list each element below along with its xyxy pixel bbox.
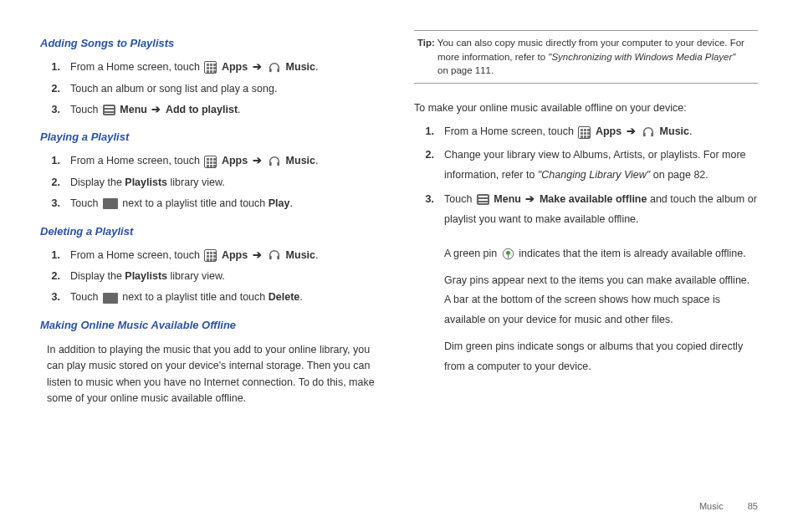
arrow-icon: ➔ — [625, 125, 637, 137]
pin-explanation: A green pin indicates that the item is a… — [414, 241, 758, 268]
list-playing-playlist: 1. From a Home screen, touch Apps ➔ Musi… — [40, 151, 384, 214]
footer-page-number: 85 — [748, 501, 758, 511]
offline-intro: To make your online music available offl… — [414, 97, 758, 120]
apps-icon — [204, 61, 217, 74]
gray-pins-paragraph: Gray pins appear next to the items you c… — [414, 268, 758, 334]
list-item: 3. Touch next to a playlist title and to… — [62, 287, 384, 308]
tip-box: Tip: You can also copy music directly fr… — [414, 30, 758, 84]
svg-rect-4 — [269, 256, 272, 260]
menu-icon — [477, 194, 489, 205]
arrow-icon: ➔ — [251, 155, 263, 166]
svg-rect-0 — [269, 69, 272, 73]
step-text: . — [299, 291, 302, 303]
playlists-label: Playlists — [125, 270, 167, 282]
svg-rect-2 — [269, 162, 272, 166]
step-text: Touch — [444, 193, 475, 205]
step-text: From a Home screen, touch — [444, 125, 576, 137]
step-text: Touch — [70, 197, 101, 209]
reference: "Changing Library View" — [538, 169, 650, 181]
arrow-icon: ➔ — [251, 249, 263, 261]
menu-label: Menu — [120, 104, 147, 115]
list-item: 1. From a Home screen, touch Apps ➔ Musi… — [436, 121, 758, 142]
step-text: From a Home screen, touch — [70, 155, 202, 166]
menu-icon — [103, 105, 115, 115]
add-to-playlist-label: Add to playlist — [166, 104, 238, 115]
step-text: indicates that the item is already avail… — [519, 248, 745, 259]
svg-rect-1 — [277, 69, 279, 73]
list-item: 3. Touch next to a playlist title and to… — [62, 193, 384, 214]
step-text: Display the — [70, 176, 125, 188]
headphones-icon — [642, 125, 655, 139]
arrow-icon: ➔ — [251, 61, 263, 73]
music-label: Music — [286, 155, 315, 166]
right-column: Tip: You can also copy music directly fr… — [414, 30, 758, 410]
play-label: Play — [269, 197, 290, 209]
list-item: 3. Touch Menu ➔ Add to playlist. — [62, 100, 384, 120]
headphones-icon — [268, 155, 281, 168]
step-text: . — [315, 249, 318, 261]
arrow-icon: ➔ — [524, 193, 536, 205]
step-text: library view. — [167, 270, 225, 282]
make-offline-label: Make available offline — [540, 193, 647, 205]
heading-playing-playlist: Playing a Playlist — [40, 129, 384, 146]
list-item: 1. From a Home screen, touch Apps ➔ Musi… — [62, 57, 384, 78]
list-item: 2. Change your library view to Albums, A… — [436, 143, 758, 188]
apps-label: Apps — [222, 155, 248, 166]
heading-adding-songs: Adding Songs to Playlists — [40, 35, 384, 52]
svg-point-9 — [506, 251, 510, 255]
step-text: . — [315, 155, 318, 166]
page-footer: Music 85 — [699, 499, 758, 514]
music-label: Music — [286, 61, 315, 73]
apps-label: Apps — [596, 125, 622, 137]
step-text: From a Home screen, touch — [70, 249, 202, 261]
tip-text: more information, refer to — [437, 52, 548, 62]
step-text: next to a playlist title and touch — [122, 197, 268, 209]
step-text: . — [238, 104, 240, 115]
menu-label: Menu — [494, 193, 521, 205]
apps-icon — [204, 249, 217, 262]
svg-rect-7 — [651, 133, 653, 137]
heading-deleting-playlist: Deleting a Playlist — [40, 223, 384, 240]
step-text: Touch — [70, 104, 101, 115]
list-item: 2. Touch an album or song list and play … — [62, 79, 384, 100]
step-text: . — [315, 61, 318, 73]
tip-text: You can also copy music directly from yo… — [435, 38, 744, 48]
headphones-icon — [268, 248, 281, 262]
list-item: 1. From a Home screen, touch Apps ➔ Musi… — [62, 245, 384, 266]
step-text: library view. — [167, 176, 225, 188]
list-item: 2. Display the Playlists library view. — [62, 172, 384, 193]
apps-label: Apps — [222, 61, 248, 73]
list-adding-songs: 1. From a Home screen, touch Apps ➔ Musi… — [40, 57, 384, 120]
step-text: Display the — [70, 270, 125, 282]
playlists-label: Playlists — [125, 176, 167, 188]
delete-label: Delete — [269, 291, 300, 303]
apps-label: Apps — [222, 249, 248, 261]
step-text: From a Home screen, touch — [70, 61, 202, 73]
step-text: next to a playlist title and touch — [122, 291, 268, 303]
step-text: on page 82. — [650, 169, 708, 181]
apps-icon — [204, 156, 217, 168]
svg-rect-5 — [277, 256, 279, 260]
offline-intro-paragraph: In addition to playing the music that yo… — [40, 339, 384, 411]
step-text: Touch — [70, 291, 101, 303]
left-column: Adding Songs to Playlists 1. From a Home… — [40, 30, 384, 410]
dim-pins-paragraph: Dim green pins indicate songs or albums … — [414, 334, 758, 381]
arrow-icon: ➔ — [150, 104, 162, 115]
svg-rect-3 — [277, 162, 279, 166]
step-text: Touch an album or song list and play a s… — [70, 83, 277, 95]
list-deleting-playlist: 1. From a Home screen, touch Apps ➔ Musi… — [40, 245, 384, 309]
pin-icon — [502, 248, 514, 260]
tip-label: Tip: — [417, 38, 435, 48]
music-label: Music — [286, 249, 315, 261]
square-icon — [103, 198, 118, 209]
music-label: Music — [660, 125, 689, 137]
headphones-icon — [268, 61, 281, 74]
tip-text: on page 111. — [417, 64, 755, 78]
list-item: 3. Touch Menu ➔ Make available offline a… — [436, 187, 758, 233]
heading-offline: Making Online Music Available Offline — [40, 317, 384, 334]
list-item: 2. Display the Playlists library view. — [62, 266, 384, 287]
list-item: 1. From a Home screen, touch Apps ➔ Musi… — [62, 151, 384, 171]
svg-rect-6 — [643, 133, 646, 137]
step-text: . — [689, 125, 692, 137]
square-icon — [103, 293, 118, 304]
